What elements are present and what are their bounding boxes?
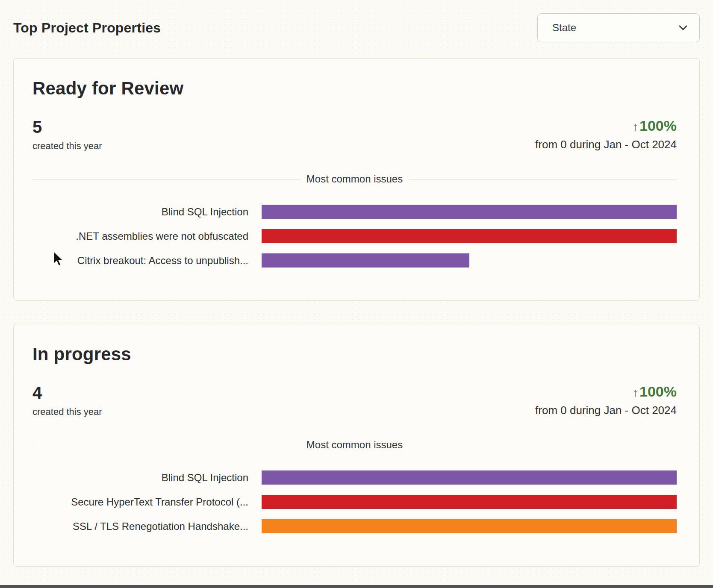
card-ready-for-review: Ready for Review 5 created this year ↑10…	[13, 58, 700, 301]
issue-row: Blind SQL Injection	[32, 205, 677, 219]
created-count: 5	[32, 118, 102, 135]
delta-percentage: ↑100%	[535, 118, 677, 133]
state-filter-dropdown[interactable]: State	[537, 13, 700, 42]
issue-bar[interactable]	[262, 495, 677, 509]
issue-label: Blind SQL Injection	[32, 206, 248, 218]
issue-label: .NET assemblies were not obfuscated	[32, 230, 248, 242]
count-caption: created this year	[32, 141, 102, 152]
issue-label: SSL / TLS Renegotiation Handshake...	[32, 520, 248, 532]
issue-label: Secure HyperText Transfer Protocol (...	[32, 496, 248, 508]
mouse-cursor-icon	[52, 250, 66, 268]
divider-label: Most common issues	[301, 439, 409, 451]
bar-track	[262, 495, 677, 509]
delta-value: 100%	[639, 118, 677, 134]
divider-line-right	[409, 445, 677, 445]
issue-row: .NET assemblies were not obfuscated	[32, 229, 677, 243]
divider-line-left	[32, 179, 301, 179]
divider-label: Most common issues	[301, 173, 409, 185]
bar-track	[262, 205, 677, 219]
bar-track	[262, 519, 677, 533]
issues-bar-chart: Blind SQL Injection Secure HyperText Tra…	[32, 470, 677, 533]
created-count: 4	[32, 384, 102, 401]
delta-comparison: from 0 during Jan - Oct 2024	[535, 404, 677, 417]
bar-track	[262, 229, 677, 243]
chevron-down-icon	[678, 23, 688, 33]
window-bottom-edge	[0, 585, 713, 588]
delta-percentage: ↑100%	[535, 384, 677, 399]
card-title: In progress	[32, 344, 677, 365]
issue-row: Blind SQL Injection	[32, 470, 677, 485]
bar-track	[262, 253, 677, 268]
divider-line-right	[409, 179, 677, 179]
issue-bar[interactable]	[262, 519, 677, 533]
delta-value: 100%	[639, 383, 677, 400]
count-caption: created this year	[32, 406, 102, 417]
card-in-progress: In progress 4 created this year ↑100% fr…	[13, 324, 700, 567]
stat-row: 5 created this year ↑100% from 0 during …	[32, 118, 677, 152]
issues-bar-chart: Blind SQL Injection .NET assemblies were…	[32, 205, 677, 268]
top-project-properties-panel: Top Project Properties State Ready for R…	[0, 0, 713, 567]
issue-bar[interactable]	[262, 470, 677, 485]
delta-comparison: from 0 during Jan - Oct 2024	[535, 138, 677, 151]
state-filter-value: State	[552, 22, 576, 34]
issue-row: SSL / TLS Renegotiation Handshake...	[32, 519, 677, 533]
issue-bar[interactable]	[262, 205, 677, 219]
issue-row: Citrix breakout: Access to unpublish...	[32, 253, 677, 268]
bar-track	[262, 470, 677, 485]
page-title: Top Project Properties	[13, 20, 161, 36]
up-arrow-icon: ↑	[633, 386, 639, 399]
issue-bar[interactable]	[262, 229, 677, 243]
most-common-issues-divider: Most common issues	[32, 439, 677, 451]
issue-bar[interactable]	[262, 253, 469, 268]
issue-row: Secure HyperText Transfer Protocol (...	[32, 495, 677, 509]
stat-row: 4 created this year ↑100% from 0 during …	[32, 384, 677, 417]
issue-label: Blind SQL Injection	[32, 472, 248, 484]
panel-header: Top Project Properties State	[13, 11, 700, 44]
up-arrow-icon: ↑	[633, 120, 639, 133]
card-title: Ready for Review	[32, 78, 677, 99]
divider-line-left	[32, 445, 301, 445]
most-common-issues-divider: Most common issues	[32, 173, 677, 185]
